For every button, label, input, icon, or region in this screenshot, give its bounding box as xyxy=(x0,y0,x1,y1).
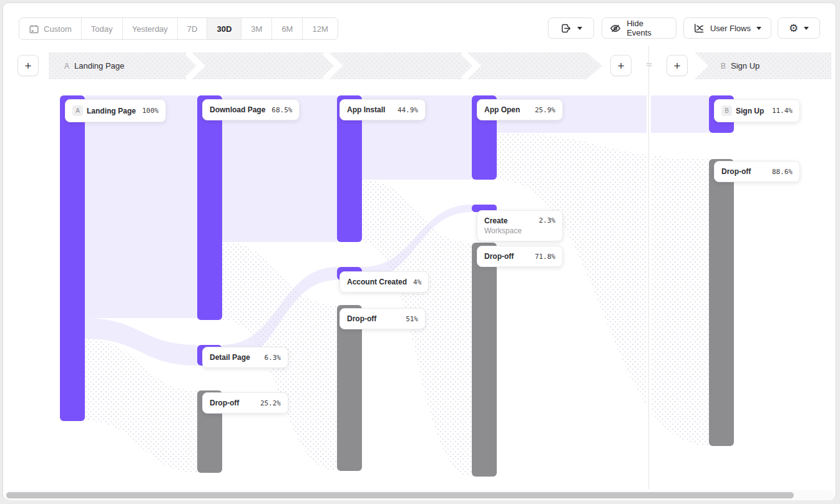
section-divider xyxy=(648,46,649,489)
date-range-picker: Custom Today Yesterday 7D 30D 3M 6M 12M xyxy=(19,17,338,40)
user-flows-button[interactable]: User Flows xyxy=(683,17,771,39)
node-badge: B xyxy=(721,105,732,116)
flow-app-open-to-dropoff xyxy=(497,133,709,446)
bar-download-page[interactable] xyxy=(197,95,222,320)
bar-dropoff-after-app-open[interactable] xyxy=(472,243,497,477)
node-label-create-workspace[interactable]: Create2.3% Workspace xyxy=(477,210,563,241)
node-label-landing-page[interactable]: ALanding Page 100% xyxy=(65,99,166,122)
date-range-3m[interactable]: 3M xyxy=(242,18,272,39)
step-letter: B xyxy=(721,62,726,70)
user-flows-chart-icon xyxy=(693,23,705,34)
node-label-download-page[interactable]: Download Page 68.5% xyxy=(202,99,300,120)
date-range-today[interactable]: Today xyxy=(82,18,123,39)
bar-dropoff-before-signup[interactable] xyxy=(709,159,734,446)
date-range-7d[interactable]: 7D xyxy=(178,18,208,39)
step-name: Sign Up xyxy=(731,61,759,70)
bar-landing-page[interactable] xyxy=(60,95,85,421)
flow-landing-to-download xyxy=(85,95,197,318)
node-label-account-created[interactable]: Account Created 4% xyxy=(339,271,429,293)
export-button[interactable] xyxy=(548,17,594,39)
date-range-30d-selected[interactable]: 30D xyxy=(207,18,242,39)
hide-events-label: Hide Events xyxy=(627,19,668,37)
gear-icon: ⚙ xyxy=(789,23,798,34)
add-step-before-b-button[interactable]: + xyxy=(667,55,688,76)
node-label-dropoff-51[interactable]: Drop-off 51% xyxy=(339,308,426,329)
flow-steps-band-b[interactable]: B Sign Up xyxy=(695,52,831,79)
chevron-down-icon xyxy=(756,27,761,30)
export-icon xyxy=(560,23,572,34)
node-label-sign-up[interactable]: BSign Up 11.4% xyxy=(714,99,800,122)
step-a-header[interactable]: A Landing Page xyxy=(64,52,124,79)
node-label-dropoff-88[interactable]: Drop-off 88.6% xyxy=(714,161,800,182)
date-range-label: Custom xyxy=(44,24,72,34)
step-letter: A xyxy=(64,62,69,70)
chevron-down-icon xyxy=(804,27,809,30)
flow-steps-band-a[interactable]: A Landing Page xyxy=(49,52,604,79)
hide-events-button[interactable]: Hide Events xyxy=(602,17,676,39)
date-range-yesterday[interactable]: Yesterday xyxy=(123,18,178,39)
node-label-detail-page[interactable]: Detail Page 6.3% xyxy=(202,347,288,368)
horizontal-scrollbar-thumb[interactable] xyxy=(6,492,794,498)
settings-button[interactable]: ⚙ xyxy=(778,17,820,39)
date-range-12m[interactable]: 12M xyxy=(303,18,337,39)
node-label-app-open[interactable]: App Open 25.9% xyxy=(477,99,563,120)
step-name: Landing Page xyxy=(74,61,124,70)
eye-off-icon xyxy=(610,23,621,34)
add-step-start-button[interactable]: + xyxy=(17,55,39,76)
step-b-header[interactable]: B Sign Up xyxy=(721,52,759,79)
calendar-icon xyxy=(29,24,39,34)
approx-connector: ≈ xyxy=(638,59,660,71)
node-badge: A xyxy=(72,105,83,116)
node-label-dropoff-71[interactable]: Drop-off 71.8% xyxy=(477,246,563,267)
date-range-6m[interactable]: 6M xyxy=(272,18,303,39)
bar-dropoff-after-app-install[interactable] xyxy=(337,305,362,471)
node-label-dropoff-25[interactable]: Drop-off 25.2% xyxy=(202,392,288,414)
chevron-down-icon xyxy=(577,27,582,30)
date-range-custom[interactable]: Custom xyxy=(19,18,82,39)
add-step-middle-button[interactable]: + xyxy=(610,55,632,76)
user-flows-label: User Flows xyxy=(710,24,751,33)
node-label-app-install[interactable]: App Install 44.9% xyxy=(339,99,426,120)
